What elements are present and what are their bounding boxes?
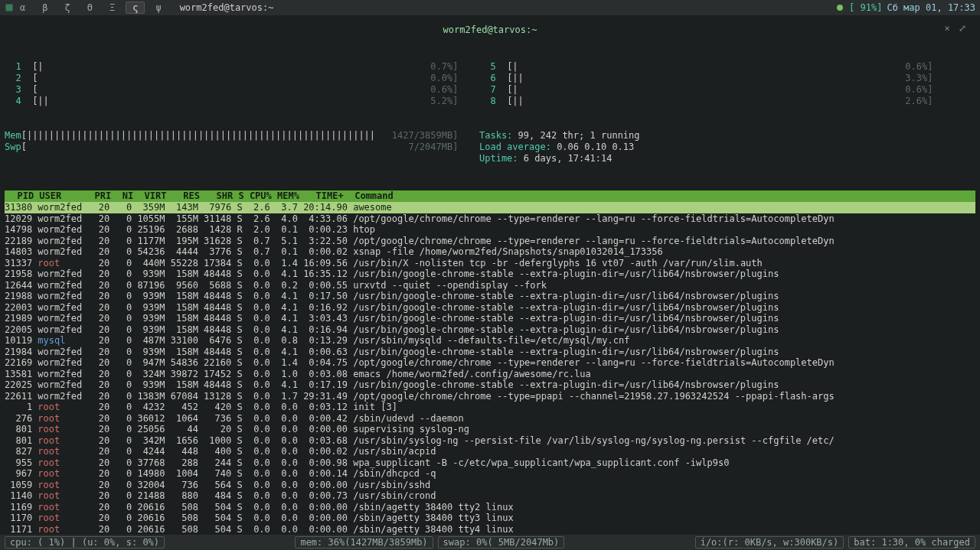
tag-ς[interactable]: ς	[126, 2, 145, 14]
table-row[interactable]: 22189 worm2fed 20 0 1177M 195M 31628 S 0…	[5, 236, 975, 247]
table-row[interactable]: 12029 worm2fed 20 0 1055M 155M 31148 S 2…	[5, 213, 975, 225]
table-row[interactable]: 22025 worm2fed 20 0 939M 158M 48448 S 0.…	[5, 379, 975, 391]
tag-ψ[interactable]: ψ	[149, 2, 167, 13]
table-row[interactable]: 22005 worm2fed 20 0 939M 158M 48448 S 0.…	[5, 324, 975, 336]
status-mem: mem: 36%(1427MB/3859Mb)	[295, 536, 433, 548]
process-table[interactable]: 31380 worm2fed 20 0 359M 143M 7976 S 2.6…	[5, 202, 975, 550]
table-row[interactable]: 276 root 20 0 36012 1064 736 S 0.0 0.0 0…	[5, 413, 975, 425]
table-row[interactable]: 1169 root 20 0 20616 508 504 S 0.0 0.0 0…	[5, 502, 975, 513]
clock: Сб мар 01, 17:33	[887, 2, 975, 13]
network-icon	[835, 3, 844, 12]
table-row[interactable]: 31380 worm2fed 20 0 359M 143M 7976 S 2.6…	[5, 202, 975, 213]
htop-meters: 1 [| 0.7%] 2 [ 0.0%] 3 [	[5, 37, 975, 190]
table-row[interactable]: 801 root 20 0 25056 44 20 S 0.0 0.0 0:00…	[5, 424, 975, 435]
tag-α[interactable]: α	[14, 2, 31, 13]
table-row[interactable]: 21958 worm2fed 20 0 939M 158M 48448 S 0.…	[5, 268, 975, 280]
table-row[interactable]: 801 root 20 0 342M 1656 1000 S 0.0 0.0 0…	[5, 435, 975, 447]
status-swap: swap: 0%( 5MB/2047Mb)	[438, 536, 565, 548]
tag-Θ[interactable]: Θ	[81, 2, 99, 13]
terminal-title: worm2fed@tarvos:~	[443, 24, 537, 35]
table-row[interactable]: 31337 root 20 0 440M 55228 17384 S 0.0 1…	[5, 258, 975, 269]
meter-tasks: Tasks: 99, 242 thr; 1 running	[479, 130, 975, 142]
awesome-logo-icon	[5, 3, 14, 12]
table-row[interactable]: 22003 worm2fed 20 0 939M 158M 48448 S 0.…	[5, 302, 975, 314]
table-row[interactable]: 1140 root 20 0 21488 880 484 S 0.0 0.0 0…	[5, 490, 975, 502]
meter-loadavg: Load average: 0.06 0.10 0.13	[479, 142, 975, 153]
tag-list: αβζΘΞςψ	[14, 2, 168, 14]
svg-point-1	[837, 5, 843, 11]
window-controls[interactable]: × ⤢	[945, 23, 968, 34]
tag-β[interactable]: β	[36, 2, 54, 13]
status-cpu: cpu: ( 1%) | (u: 0%, s: 0%)	[5, 536, 165, 548]
terminal-titlebar: worm2fed@tarvos:~ × ⤢	[5, 18, 975, 37]
table-row[interactable]: 1170 root 20 0 20616 508 504 S 0.0 0.0 0…	[5, 513, 975, 524]
table-row[interactable]: 13581 worm2fed 20 0 324M 39872 17452 S 0…	[5, 369, 975, 380]
battery-indicator: [ 91%]	[849, 2, 882, 13]
status-bat: bat: 1:30, 0% charged	[848, 536, 975, 548]
table-row[interactable]: 22611 worm2fed 20 0 1383M 67084 13128 S …	[5, 391, 975, 402]
table-row[interactable]: 21989 worm2fed 20 0 939M 158M 48448 S 0.…	[5, 313, 975, 324]
table-row[interactable]: 955 root 20 0 37768 288 244 S 0.0 0.0 0:…	[5, 457, 975, 469]
window-title[interactable]: worm2fed@tarvos:~	[180, 2, 274, 13]
tag-Ξ[interactable]: Ξ	[103, 2, 121, 13]
table-row[interactable]: 1171 root 20 0 20616 508 504 S 0.0 0.0 0…	[5, 524, 975, 535]
status-io: i/o:(r: 0KB/s, w:300KB/s)	[695, 536, 844, 548]
status-bar: cpu: ( 1%) | (u: 0%, s: 0%) mem: 36%(142…	[0, 535, 980, 550]
meter-uptime: Uptime: 6 days, 17:41:14	[479, 153, 975, 164]
table-row[interactable]: 1059 root 20 0 32004 736 564 S 0.0 0.0 0…	[5, 480, 975, 491]
svg-rect-0	[6, 5, 13, 11]
process-table-header[interactable]: PID USER PRI NI VIRT RES SHR S CPU% MEM%…	[5, 190, 975, 202]
table-row[interactable]: 1 root 20 0 4232 452 420 S 0.0 0.0 0:03.…	[5, 402, 975, 413]
os-taskbar: αβζΘΞςψ worm2fed@tarvos:~ [ 91%] Сб мар …	[0, 0, 980, 15]
table-row[interactable]: 14803 worm2fed 20 0 54236 4444 3776 S 0.…	[5, 246, 975, 258]
table-row[interactable]: 967 root 20 0 14980 1004 740 S 0.0 0.0 0…	[5, 468, 975, 480]
table-row[interactable]: 22169 worm2fed 20 0 947M 54836 22160 S 0…	[5, 357, 975, 369]
table-row[interactable]: 12644 worm2fed 20 0 87196 9560 5688 S 0.…	[5, 280, 975, 291]
table-row[interactable]: 14798 worm2fed 20 0 25196 2688 1428 R 2.…	[5, 224, 975, 236]
table-row[interactable]: 21984 worm2fed 20 0 939M 158M 48448 S 0.…	[5, 347, 975, 358]
table-row[interactable]: 10119 mysql 20 0 487M 33100 6476 S 0.0 0…	[5, 335, 975, 347]
table-row[interactable]: 827 root 20 0 4244 448 400 S 0.0 0.0 0:0…	[5, 446, 975, 457]
system-tray: [ 91%] Сб мар 01, 17:33	[835, 2, 975, 13]
terminal-window: worm2fed@tarvos:~ × ⤢ 1 [| 0.7%] 2 [	[0, 15, 980, 550]
tag-ζ[interactable]: ζ	[58, 2, 76, 13]
table-row[interactable]: 21988 worm2fed 20 0 939M 158M 48448 S 0.…	[5, 291, 975, 302]
